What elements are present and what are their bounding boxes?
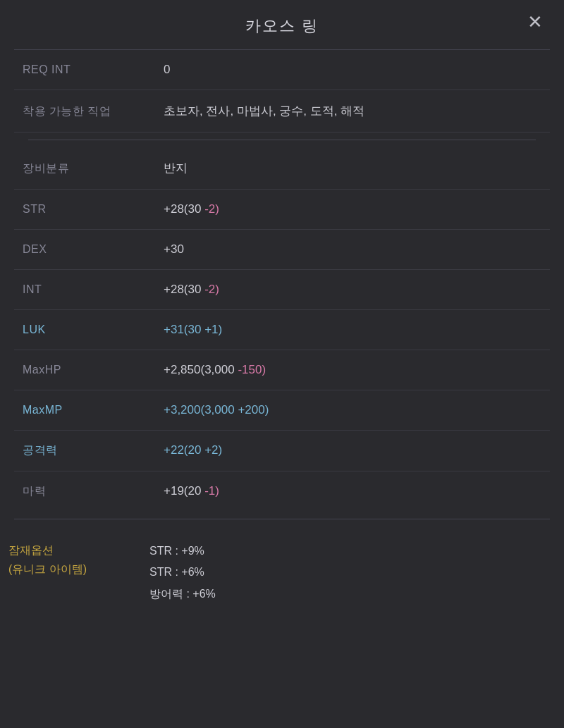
label-equip-class: 착용 가능한 직업 [23, 104, 164, 119]
row-equipment-type: 장비분류 반지 [14, 147, 550, 190]
value-equipment-type: 반지 [164, 160, 541, 176]
modal-header: 카오스 링 ✕ [0, 0, 564, 49]
label-luk: LUK [23, 323, 164, 336]
row-attack: 공격력 +22(20 +2) [14, 431, 550, 471]
modal-container: 카오스 링 ✕ REQ INT 0 착용 가능한 직업 초보자, 전사, 마법사… [0, 0, 564, 728]
unique-label-line2: (유니크 아이템) [8, 563, 87, 575]
label-maxhp: MaxHP [23, 364, 164, 376]
value-equip-class: 초보자, 전사, 마법사, 궁수, 도적, 해적 [164, 103, 541, 119]
str-prefix: +28(30 [164, 202, 204, 216]
label-maxmp: MaxMP [23, 404, 164, 417]
maxhp-suffix: -150) [238, 363, 266, 376]
value-dex: +30 [164, 242, 541, 257]
value-req-int: 0 [164, 63, 541, 77]
section-gap-3 [0, 512, 564, 519]
maxmp-prefix: +3,200(3,000 [164, 403, 238, 417]
str-suffix: -2) [204, 202, 219, 216]
row-magic: 마력 +19(20 -1) [14, 471, 550, 512]
attack-suffix: +2) [204, 443, 222, 457]
label-str: STR [23, 203, 164, 216]
label-req-int: REQ INT [23, 63, 164, 76]
label-equipment-type: 장비분류 [23, 161, 164, 176]
value-int: +28(30 -2) [164, 283, 541, 297]
magic-suffix: -1) [204, 484, 219, 498]
section-gap-4 [0, 519, 564, 526]
row-str: STR +28(30 -2) [14, 190, 550, 230]
int-prefix: +28(30 [164, 283, 204, 296]
row-int: INT +28(30 -2) [14, 270, 550, 310]
unique-option-2: STR : +6% [149, 562, 556, 583]
label-int: INT [23, 283, 164, 296]
label-attack: 공격력 [23, 443, 164, 458]
row-equip-class: 착용 가능한 직업 초보자, 전사, 마법사, 궁수, 도적, 해적 [14, 90, 550, 132]
value-str: +28(30 -2) [164, 202, 541, 216]
label-magic: 마력 [23, 484, 164, 499]
value-maxmp: +3,200(3,000 +200) [164, 403, 541, 417]
unique-option-3: 방어력 : +6% [149, 584, 556, 605]
attack-prefix: +22(20 [164, 443, 204, 457]
value-attack: +22(20 +2) [164, 443, 541, 457]
luk-suffix: +1) [204, 323, 222, 336]
modal-title: 카오스 링 [245, 16, 319, 37]
section-gap-1 [14, 132, 550, 140]
row-luk: LUK +31(30 +1) [14, 310, 550, 350]
magic-prefix: +19(20 [164, 484, 204, 498]
section-gap-2 [14, 140, 550, 147]
label-dex: DEX [23, 243, 164, 256]
unique-options-section: 잠재옵션 (유니크 아이템) STR : +9% STR : +6% 방어력 :… [0, 526, 564, 624]
maxmp-suffix: +200) [238, 403, 269, 417]
row-dex: DEX +30 [14, 230, 550, 270]
unique-option-1: STR : +9% [149, 541, 556, 562]
close-button[interactable]: ✕ [527, 13, 543, 31]
int-suffix: -2) [204, 283, 219, 296]
luk-prefix: +31(30 [164, 323, 204, 336]
maxhp-prefix: +2,850(3,000 [164, 363, 238, 376]
unique-label: 잠재옵션 (유니크 아이템) [8, 541, 149, 579]
row-req-int: REQ INT 0 [14, 50, 550, 90]
value-magic: +19(20 -1) [164, 484, 541, 498]
unique-label-line1: 잠재옵션 [8, 544, 54, 556]
unique-options-values: STR : +9% STR : +6% 방어력 : +6% [149, 541, 556, 605]
content-area: REQ INT 0 착용 가능한 직업 초보자, 전사, 마법사, 궁수, 도적… [0, 50, 564, 512]
value-maxhp: +2,850(3,000 -150) [164, 363, 541, 377]
value-luk: +31(30 +1) [164, 323, 541, 337]
row-maxmp: MaxMP +3,200(3,000 +200) [14, 390, 550, 431]
row-maxhp: MaxHP +2,850(3,000 -150) [14, 350, 550, 390]
